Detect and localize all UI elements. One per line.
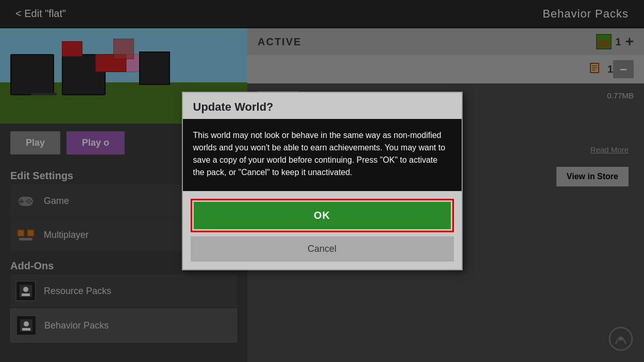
dialog-title-bar: Update World? <box>183 93 462 119</box>
dialog-body: This world may not look or behave in the… <box>183 119 462 191</box>
ok-button[interactable]: OK <box>194 202 451 229</box>
dialog-overlay: Update World? This world may not look or… <box>0 0 644 362</box>
ok-button-wrapper: OK <box>191 199 454 232</box>
dialog-message: This world may not look or behave in the… <box>193 129 451 179</box>
cancel-button[interactable]: Cancel <box>191 236 454 262</box>
dialog-title: Update World? <box>193 100 451 114</box>
dialog-buttons: OK Cancel <box>183 191 462 269</box>
update-world-dialog: Update World? This world may not look or… <box>182 92 463 270</box>
